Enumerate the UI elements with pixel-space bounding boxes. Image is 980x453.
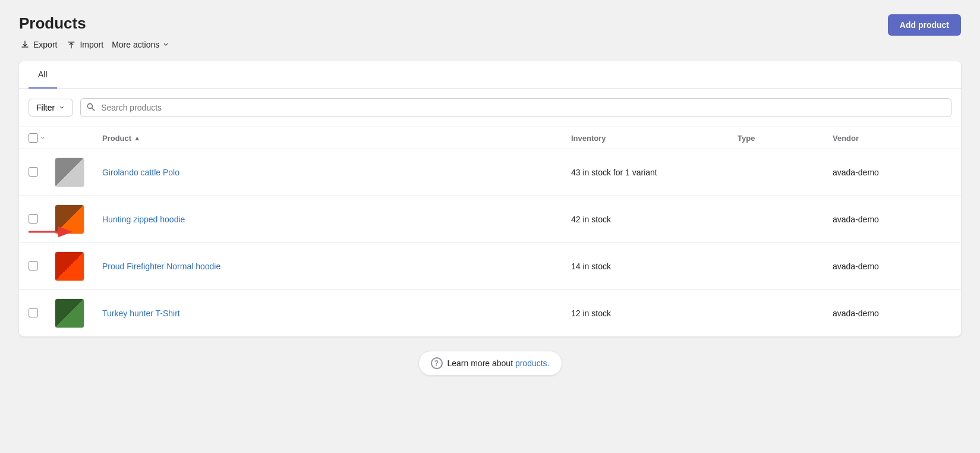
row-inventory-cell: 12 in stock — [571, 309, 738, 318]
sort-icon: ▲ — [134, 134, 140, 141]
header-inventory-cell: Inventory — [571, 133, 738, 143]
add-product-button[interactable]: Add product — [888, 14, 961, 36]
row-image-cell — [55, 251, 102, 281]
row-checkbox[interactable] — [29, 167, 38, 177]
dropdown-arrow-icon[interactable] — [39, 134, 46, 141]
help-products-link[interactable]: products. — [515, 358, 550, 368]
row-vendor-cell: avada-demo — [833, 309, 951, 318]
row-checkbox[interactable] — [29, 214, 38, 224]
toolbar: Filter — [19, 89, 961, 127]
select-all-checkbox[interactable] — [29, 133, 38, 143]
table-row: Turkey hunter T-Shirt 12 in stock avada-… — [19, 290, 961, 336]
row-vendor-cell: avada-demo — [833, 262, 951, 271]
row-image-cell — [55, 298, 102, 328]
help-pill: ? Learn more about products. — [418, 351, 562, 376]
tabs-bar: All — [19, 61, 961, 89]
row-product-cell: Proud Firefighter Normal hoodie — [102, 262, 571, 271]
row-checkbox[interactable] — [29, 261, 38, 270]
help-text: Learn more about products. — [448, 358, 550, 368]
row-checkbox-cell — [29, 214, 55, 225]
table-row: Hunting zipped hoodie 42 in stock avada-… — [19, 196, 961, 243]
row-product-cell: Turkey hunter T-Shirt — [102, 309, 571, 318]
product-thumbnail — [55, 158, 84, 187]
page-title: Products — [19, 14, 170, 33]
product-thumbnail — [55, 251, 84, 281]
search-icon — [86, 102, 96, 114]
header-actions: Export Import More actions — [19, 37, 170, 52]
row-checkbox-cell — [29, 308, 55, 319]
import-icon — [67, 40, 76, 49]
header-checkbox-cell — [29, 133, 55, 143]
footer-help: ? Learn more about products. — [19, 351, 961, 376]
help-icon: ? — [431, 357, 443, 369]
filter-label: Filter — [36, 103, 55, 112]
page-header: Products Export Import More actions Add … — [19, 14, 961, 52]
table-row: Girolando cattle Polo 43 in stock for 1 … — [19, 149, 961, 196]
header-type-cell: Type — [738, 133, 833, 143]
product-link[interactable]: Girolando cattle Polo — [102, 168, 179, 177]
row-product-cell: Hunting zipped hoodie — [102, 215, 571, 224]
row-checkbox-cell — [29, 261, 55, 272]
row-inventory-cell: 43 in stock for 1 variant — [571, 168, 738, 177]
row-inventory-cell: 42 in stock — [571, 215, 738, 224]
export-button[interactable]: Export — [19, 37, 58, 52]
products-card: All Filter — [19, 61, 961, 336]
more-actions-button[interactable]: More actions — [112, 40, 170, 49]
row-checkbox[interactable] — [29, 308, 38, 317]
import-button[interactable]: Import — [65, 37, 105, 52]
more-actions-label: More actions — [112, 40, 159, 49]
row-image-cell — [55, 158, 102, 187]
table-row: Proud Firefighter Normal hoodie 14 in st… — [19, 243, 961, 290]
product-thumbnail — [55, 298, 84, 328]
product-link[interactable]: Turkey hunter T-Shirt — [102, 309, 180, 318]
chevron-down-icon — [58, 104, 65, 111]
tab-all[interactable]: All — [29, 61, 57, 89]
search-container — [80, 98, 951, 117]
header-product-cell[interactable]: Product ▲ — [102, 133, 571, 143]
product-link[interactable]: Hunting zipped hoodie — [102, 215, 185, 224]
product-link[interactable]: Proud Firefighter Normal hoodie — [102, 262, 220, 271]
row-checkbox-cell — [29, 167, 55, 178]
search-input[interactable] — [80, 98, 951, 117]
export-label: Export — [33, 40, 57, 49]
table-header: Product ▲ Inventory Type Vendor — [19, 127, 961, 149]
export-icon — [20, 40, 30, 49]
row-inventory-cell: 14 in stock — [571, 262, 738, 271]
header-image-cell — [55, 133, 102, 143]
import-label: Import — [80, 40, 103, 49]
filter-button[interactable]: Filter — [29, 99, 73, 117]
row-image-cell — [55, 205, 102, 234]
products-table: Girolando cattle Polo 43 in stock for 1 … — [19, 149, 961, 336]
product-thumbnail — [55, 205, 84, 234]
chevron-down-icon — [162, 40, 170, 49]
row-vendor-cell: avada-demo — [833, 168, 951, 177]
header-vendor-cell: Vendor — [833, 133, 951, 143]
row-product-cell: Girolando cattle Polo — [102, 168, 571, 177]
row-vendor-cell: avada-demo — [833, 215, 951, 224]
